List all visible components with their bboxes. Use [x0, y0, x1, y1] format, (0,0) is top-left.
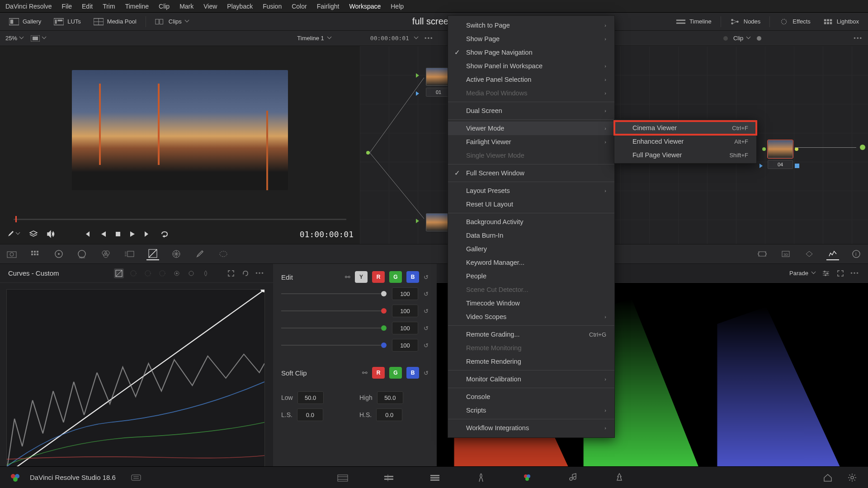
expand-icon[interactable]: [226, 268, 236, 278]
menu-mark[interactable]: Mark: [179, 3, 193, 10]
mediapool-button[interactable]: Media Pool: [89, 16, 141, 27]
view-mode-dropdown[interactable]: [31, 35, 47, 42]
playhead-icon[interactable]: [15, 216, 17, 222]
menu-fairlight[interactable]: Fairlight: [317, 3, 340, 10]
reset-icon[interactable]: ↺: [424, 325, 429, 332]
gallery-button[interactable]: Gallery: [5, 16, 46, 27]
expand-icon[interactable]: [835, 268, 845, 278]
hue-vs-lum-icon[interactable]: [157, 268, 167, 278]
hdr-wheels-icon[interactable]: HDR: [76, 248, 89, 260]
menu-item-show-page-navigation[interactable]: ✓Show Page Navigation: [448, 46, 614, 59]
menu-clip[interactable]: Clip: [159, 3, 170, 10]
home-icon[interactable]: [821, 471, 835, 484]
menu-color[interactable]: Color: [292, 3, 307, 10]
menu-item-switch-to-page[interactable]: Switch to Page›: [448, 19, 614, 32]
settings-icon[interactable]: [821, 268, 831, 278]
menu-view[interactable]: View: [203, 3, 217, 10]
reset-icon[interactable]: ↺: [424, 308, 429, 314]
low-value[interactable]: 50.0: [297, 391, 324, 404]
menu-workspace[interactable]: Workspace: [349, 3, 381, 10]
eyedropper-icon[interactable]: [6, 230, 21, 238]
layers-icon[interactable]: [29, 230, 38, 238]
custom-curve-icon[interactable]: [114, 268, 124, 278]
menu-item-show-panel-in-workspace[interactable]: Show Panel in Workspace›: [448, 59, 614, 73]
sat-vs-lum-icon[interactable]: [201, 268, 211, 278]
hs-value[interactable]: 0.0: [376, 408, 402, 421]
channel-b-button[interactable]: B: [406, 367, 419, 379]
menu-item-console[interactable]: Console: [448, 390, 614, 404]
rgb-mixer-icon[interactable]: [99, 248, 112, 260]
deliver-page-icon[interactable]: [613, 471, 626, 484]
menu-item-people[interactable]: People: [448, 269, 614, 283]
more-icon[interactable]: •••: [850, 268, 860, 278]
intensity-b-slider[interactable]: 100 ↺: [281, 339, 429, 352]
curves-graph[interactable]: [0, 283, 271, 481]
color-checker-icon[interactable]: [29, 248, 42, 260]
menu-item-layout-presets[interactable]: Layout Presets›: [448, 184, 614, 197]
channel-r-button[interactable]: R: [372, 367, 385, 379]
scope-mode-dropdown[interactable]: Parade: [789, 270, 816, 277]
loop-icon[interactable]: [160, 230, 169, 238]
color-wheels-icon[interactable]: [52, 248, 65, 260]
node-connector-icon[interactable]: [795, 147, 798, 151]
sizing-icon[interactable]: 3D: [779, 248, 792, 260]
channel-g-button[interactable]: G: [389, 271, 402, 283]
keyboard-icon[interactable]: [131, 474, 141, 482]
menu-item-dual-screen[interactable]: Dual Screen›: [448, 104, 614, 117]
color-warper-icon[interactable]: [170, 248, 183, 260]
node-04[interactable]: 04: [768, 140, 793, 169]
hue-vs-sat-icon[interactable]: [143, 268, 153, 278]
submenu-item-full-page-viewer[interactable]: Full Page ViewerShift+F: [614, 148, 756, 162]
curves-icon[interactable]: [146, 248, 159, 260]
high-value[interactable]: 50.0: [377, 391, 403, 404]
more-icon[interactable]: •••: [854, 35, 863, 42]
menu-item-data-burn-in[interactable]: Data Burn-In: [448, 229, 614, 242]
timeline-button[interactable]: Timeline: [671, 16, 716, 27]
intensity-value[interactable]: 100: [392, 287, 418, 300]
channel-b-button[interactable]: B: [406, 271, 419, 283]
prev-clip-icon[interactable]: [84, 230, 92, 238]
intensity-g-slider[interactable]: 100 ↺: [281, 322, 429, 334]
menu-item-show-page[interactable]: Show Page›: [448, 32, 614, 46]
intensity-value[interactable]: 100: [392, 339, 418, 352]
nodes-button[interactable]: Nodes: [726, 16, 765, 27]
reverse-icon[interactable]: [100, 230, 107, 238]
lum-vs-sat-icon[interactable]: [172, 268, 182, 278]
lightbox-button[interactable]: Lightbox: [819, 16, 863, 27]
camera-raw-icon[interactable]: [5, 248, 18, 260]
channel-g-button[interactable]: G: [389, 367, 402, 379]
node-connector-icon[interactable]: [795, 164, 799, 168]
audio-icon[interactable]: [46, 230, 55, 238]
color-page-icon[interactable]: [520, 471, 534, 484]
menu-item-gallery[interactable]: Gallery: [448, 242, 614, 256]
menu-item-workflow-integrations[interactable]: Workflow Integrations›: [448, 421, 614, 435]
scrub-bar[interactable]: [0, 214, 360, 224]
chevron-down-icon[interactable]: [415, 36, 419, 41]
more-icon[interactable]: •••: [255, 268, 265, 278]
menu-item-reset-ui-layout[interactable]: Reset UI Layout: [448, 197, 614, 211]
info-icon[interactable]: i: [850, 248, 863, 260]
clips-button[interactable]: Clips: [151, 16, 194, 27]
reset-icon[interactable]: [241, 268, 250, 278]
clip-dropdown[interactable]: Clip: [733, 35, 751, 42]
menu-item-active-panel-selection[interactable]: Active Panel Selection›: [448, 73, 614, 86]
link-icon[interactable]: ⚯: [362, 369, 368, 376]
menu-item-remote-rendering[interactable]: Remote Rendering: [448, 355, 614, 368]
node-output-icon[interactable]: [860, 145, 865, 150]
effects-button[interactable]: Effects: [774, 16, 815, 27]
zoom-dropdown[interactable]: 25%: [5, 35, 24, 42]
fusion-page-icon[interactable]: [474, 471, 488, 484]
link-icon[interactable]: ⚯: [345, 273, 350, 281]
scopes-icon[interactable]: [826, 248, 839, 260]
menu-trim[interactable]: Trim: [103, 3, 115, 10]
sat-vs-sat-icon[interactable]: [186, 268, 196, 278]
menu-item-keyword-manager-[interactable]: Keyword Manager...: [448, 256, 614, 269]
reset-icon[interactable]: ↺: [424, 291, 429, 297]
intensity-r-slider[interactable]: 100 ↺: [281, 305, 429, 317]
reset-icon[interactable]: ↺: [424, 342, 429, 349]
menu-item-background-activity[interactable]: Background Activity: [448, 215, 614, 229]
stop-icon[interactable]: [115, 231, 121, 237]
cut-page-icon[interactable]: [382, 471, 396, 484]
menu-item-timecode-window[interactable]: Timecode Window: [448, 296, 614, 310]
luts-button[interactable]: LUTs: [49, 16, 85, 27]
